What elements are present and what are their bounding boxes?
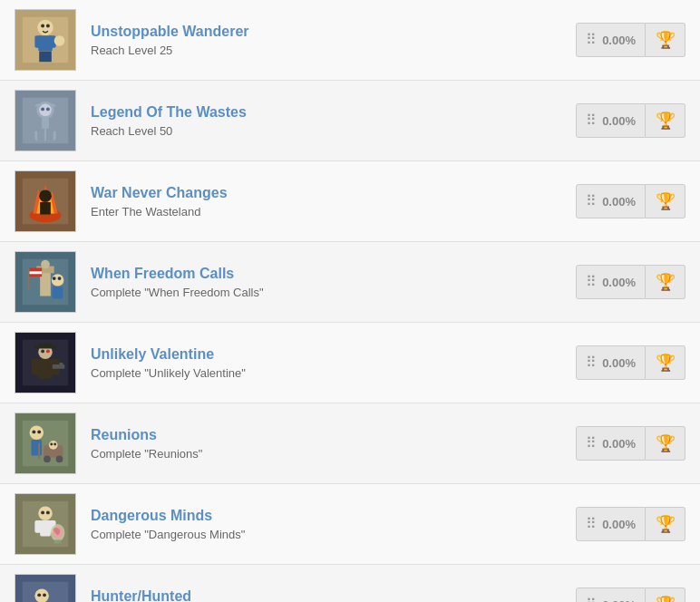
- achievement-image-when-freedom-calls: [15, 251, 76, 313]
- svg-point-56: [30, 426, 44, 441]
- trophy-icon-when-freedom-calls: 🏆: [656, 272, 676, 292]
- achievement-desc-dangerous-minds: Complete "Dangerous Minds": [91, 528, 561, 541]
- achievement-row-legend-of-the-wastes: Legend Of The Wastes Reach Level 50 ⠿ 0.…: [0, 81, 700, 161]
- achievement-desc-war-never-changes: Enter The Wasteland: [91, 205, 561, 218]
- svg-rect-53: [60, 363, 63, 366]
- achievement-image-unstoppable-wanderer: [15, 9, 76, 71]
- trophy-icon-war-never-changes: 🏆: [656, 191, 676, 211]
- trophy-icon-hunter-hunted: 🏆: [656, 595, 676, 602]
- svg-point-28: [39, 189, 52, 202]
- svg-rect-76: [54, 539, 62, 543]
- achievement-info-when-freedom-calls: When Freedom Calls Complete "When Freedo…: [76, 266, 576, 299]
- achievement-title-legend-of-the-wastes: Legend Of The Wastes: [91, 104, 561, 121]
- trophy-box-unstoppable-wanderer[interactable]: 🏆: [646, 23, 685, 57]
- trophy-box-dangerous-minds[interactable]: 🏆: [646, 507, 685, 541]
- svg-point-65: [50, 443, 53, 446]
- achievement-info-unlikely-valentine: Unlikely Valentine Complete "Unlikely Va…: [76, 346, 576, 380]
- achievement-row-reunions: Reunions Complete "Reunions" ⠿ 0.00% 🏆: [0, 403, 700, 484]
- dots-icon-war-never-changes: ⠿: [586, 194, 597, 209]
- dots-icon-unstoppable-wanderer: ⠿: [586, 33, 597, 47]
- svg-point-50: [41, 349, 44, 353]
- dots-icon-when-freedom-calls: ⠿: [586, 275, 597, 289]
- trophy-box-hunter-hunted[interactable]: 🏆: [646, 587, 685, 602]
- svg-point-69: [38, 507, 53, 521]
- achievement-row-unlikely-valentine: Unlikely Valentine Complete "Unlikely Va…: [0, 323, 700, 403]
- svg-point-37: [53, 277, 56, 280]
- trophy-box-war-never-changes[interactable]: 🏆: [646, 184, 685, 218]
- svg-rect-48: [31, 359, 40, 374]
- stat-percent-when-freedom-calls: 0.00%: [602, 276, 636, 289]
- svg-point-59: [37, 430, 41, 433]
- svg-rect-39: [28, 267, 30, 288]
- achievement-stats-legend-of-the-wastes: ⠿ 0.00% 🏆: [576, 103, 685, 138]
- svg-rect-11: [57, 36, 63, 40]
- svg-rect-6: [39, 52, 45, 63]
- achievement-row-hunter-hunted: Hunter/Hunted Complete "Hunter/Hunted" ⠿…: [0, 565, 700, 602]
- dots-icon-legend-of-the-wastes: ⠿: [586, 113, 597, 128]
- achievement-stats-war-never-changes: ⠿ 0.00% 🏆: [576, 184, 685, 218]
- svg-point-62: [56, 456, 63, 463]
- achievement-stats-hunter-hunted: ⠿ 0.00% 🏆: [576, 587, 685, 602]
- stat-percent-war-never-changes: 0.00%: [602, 195, 636, 209]
- trophy-box-when-freedom-calls[interactable]: 🏆: [646, 265, 685, 299]
- trophy-icon-legend-of-the-wastes: 🏆: [656, 111, 676, 131]
- svg-point-66: [53, 443, 56, 446]
- svg-point-9: [46, 24, 50, 28]
- svg-point-20: [46, 107, 50, 111]
- stat-percent-box-hunter-hunted[interactable]: ⠿ 0.00%: [576, 587, 646, 602]
- achievement-row-war-never-changes: War Never Changes Enter The Wasteland ⠿ …: [0, 161, 700, 242]
- svg-rect-47: [38, 359, 53, 378]
- trophy-box-legend-of-the-wastes[interactable]: 🏆: [646, 103, 685, 138]
- achievement-stats-when-freedom-calls: ⠿ 0.00% 🏆: [576, 265, 685, 299]
- achievement-list: Unstoppable Wanderer Reach Level 25 ⠿ 0.…: [0, 0, 700, 602]
- achievement-stats-unstoppable-wanderer: ⠿ 0.00% 🏆: [576, 23, 685, 57]
- achievement-title-hunter-hunted: Hunter/Hunted: [91, 588, 561, 603]
- stat-percent-box-when-freedom-calls[interactable]: ⠿ 0.00%: [576, 265, 646, 299]
- achievement-image-dangerous-minds: [15, 493, 76, 555]
- achievement-desc-legend-of-the-wastes: Reach Level 50: [91, 124, 561, 138]
- svg-point-85: [43, 593, 46, 597]
- svg-point-84: [37, 593, 41, 597]
- achievement-title-when-freedom-calls: When Freedom Calls: [91, 266, 561, 282]
- stat-percent-unlikely-valentine: 0.00%: [602, 356, 636, 370]
- svg-point-19: [41, 107, 44, 111]
- achievement-desc-unlikely-valentine: Complete "Unlikely Valentine": [91, 366, 561, 380]
- achievement-title-unstoppable-wanderer: Unstoppable Wanderer: [91, 24, 561, 40]
- trophy-box-unlikely-valentine[interactable]: 🏆: [646, 345, 685, 380]
- achievement-stats-unlikely-valentine: ⠿ 0.00% 🏆: [576, 345, 685, 380]
- achievement-row-dangerous-minds: Dangerous Minds Complete "Dangerous Mind…: [0, 484, 700, 565]
- stat-percent-hunter-hunted: 0.00%: [602, 598, 636, 603]
- achievement-desc-reunions: Complete "Reunions": [91, 447, 561, 461]
- achievement-image-legend-of-the-wastes: [15, 90, 76, 151]
- achievement-image-unlikely-valentine: [15, 332, 76, 393]
- stat-percent-box-reunions[interactable]: ⠿ 0.00%: [576, 426, 646, 461]
- trophy-icon-unstoppable-wanderer: 🏆: [656, 30, 676, 50]
- achievement-desc-when-freedom-calls: Complete "When Freedom Calls": [91, 286, 561, 299]
- svg-point-64: [49, 441, 58, 450]
- stat-percent-dangerous-minds: 0.00%: [602, 518, 636, 531]
- trophy-box-reunions[interactable]: 🏆: [646, 426, 685, 461]
- stat-percent-box-dangerous-minds[interactable]: ⠿ 0.00%: [576, 507, 646, 541]
- svg-point-35: [52, 274, 64, 286]
- achievement-desc-unstoppable-wanderer: Reach Level 25: [91, 44, 561, 57]
- achievement-stats-reunions: ⠿ 0.00% 🏆: [576, 426, 685, 461]
- trophy-icon-dangerous-minds: 🏆: [656, 514, 676, 534]
- stat-percent-box-unlikely-valentine[interactable]: ⠿ 0.00%: [576, 345, 646, 380]
- svg-point-74: [46, 510, 50, 514]
- svg-rect-22: [46, 129, 53, 141]
- svg-point-61: [44, 456, 51, 463]
- achievement-title-dangerous-minds: Dangerous Minds: [91, 508, 561, 524]
- dots-icon-reunions: ⠿: [586, 436, 597, 451]
- svg-rect-46: [34, 346, 55, 349]
- stat-percent-box-war-never-changes[interactable]: ⠿ 0.00%: [576, 184, 646, 218]
- svg-point-34: [41, 260, 50, 269]
- achievement-image-hunter-hunted: [15, 574, 76, 602]
- achievement-title-reunions: Reunions: [91, 427, 561, 443]
- stat-percent-box-unstoppable-wanderer[interactable]: ⠿ 0.00%: [576, 23, 646, 57]
- achievement-image-war-never-changes: [15, 170, 76, 232]
- stat-percent-box-legend-of-the-wastes[interactable]: ⠿ 0.00%: [576, 103, 646, 138]
- achievement-image-reunions: [15, 413, 76, 474]
- dots-icon-hunter-hunted: ⠿: [586, 597, 597, 602]
- achievement-info-dangerous-minds: Dangerous Minds Complete "Dangerous Mind…: [76, 508, 576, 541]
- svg-point-2: [37, 20, 53, 35]
